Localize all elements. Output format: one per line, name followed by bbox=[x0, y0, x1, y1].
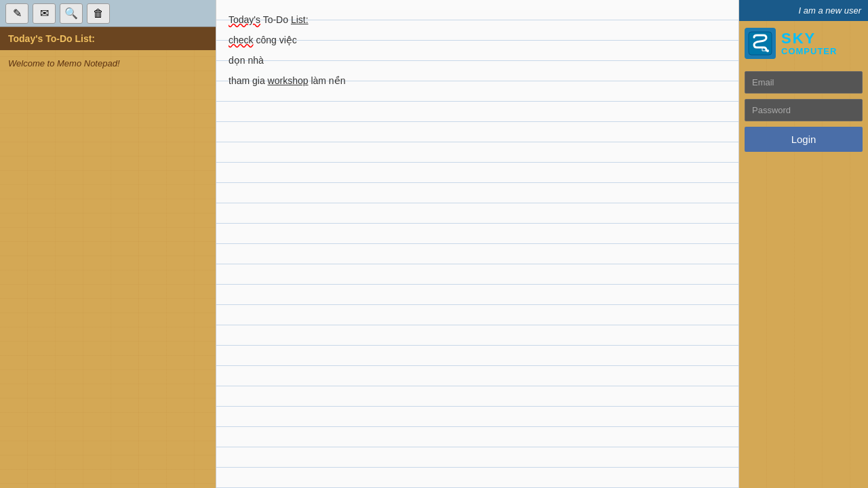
title-list: List: bbox=[291, 14, 309, 25]
logo-icon bbox=[745, 28, 776, 59]
login-form: Login bbox=[739, 66, 868, 157]
search-button[interactable]: 🔍 bbox=[60, 3, 83, 24]
note-line-1: check công việc bbox=[229, 30, 726, 50]
edit-icon: ✎ bbox=[13, 7, 22, 20]
lined-paper: Today's To-Do List: check công việc dọn … bbox=[216, 0, 738, 488]
selected-note-label: Today's To-Do List: bbox=[8, 33, 95, 44]
note-line-3: tham gia workshop làm nền bbox=[229, 70, 726, 91]
sky-computer-logo: SKY COMPUTER bbox=[739, 21, 868, 66]
svg-point-1 bbox=[766, 49, 769, 52]
main-editor[interactable]: Today's To-Do List: check công việc dọn … bbox=[216, 0, 739, 488]
note-title: Today's To-Do List: bbox=[229, 9, 726, 30]
new-user-banner: I am a new user bbox=[739, 0, 868, 21]
logo-svg bbox=[747, 30, 773, 56]
password-field[interactable] bbox=[745, 99, 863, 121]
search-icon: 🔍 bbox=[64, 7, 78, 20]
new-user-label: I am a new user bbox=[799, 5, 862, 16]
logo-computer: COMPUTER bbox=[781, 46, 837, 56]
notes-list: Today's To-Do List: Welcome to Memo Note… bbox=[0, 27, 216, 488]
logo-sky: SKY bbox=[781, 31, 837, 46]
logo-text: SKY COMPUTER bbox=[781, 31, 837, 56]
email-field[interactable] bbox=[745, 71, 863, 94]
mail-icon: ✉ bbox=[40, 7, 49, 20]
right-sidebar: I am a new user SKY COMPUTER Login bbox=[739, 0, 868, 488]
welcome-text: Welcome to Memo Notepad! bbox=[0, 50, 216, 77]
mail-button[interactable]: ✉ bbox=[33, 3, 56, 24]
selected-note-item[interactable]: Today's To-Do List: bbox=[0, 27, 216, 50]
delete-icon: 🗑 bbox=[93, 7, 104, 20]
title-today: Today's bbox=[229, 14, 260, 25]
left-sidebar: ✎ ✉ 🔍 🗑 Today's To-Do List: Welcome to M… bbox=[0, 0, 216, 488]
delete-button[interactable]: 🗑 bbox=[87, 3, 110, 24]
edit-button[interactable]: ✎ bbox=[5, 3, 28, 24]
login-button[interactable]: Login bbox=[745, 127, 863, 152]
toolbar: ✎ ✉ 🔍 🗑 bbox=[0, 0, 216, 27]
note-line-2: dọn nhà bbox=[229, 50, 726, 70]
